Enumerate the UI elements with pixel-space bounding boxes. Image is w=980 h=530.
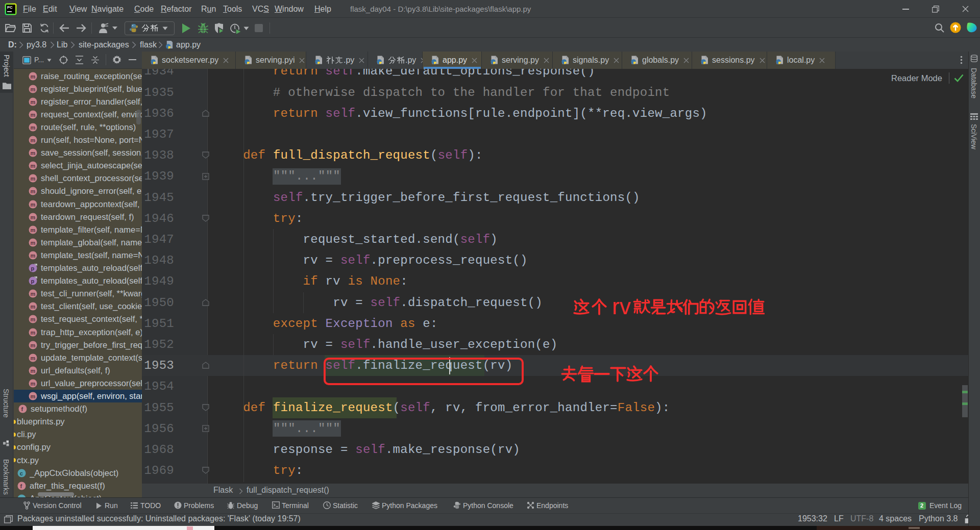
svg-text:m: m <box>30 304 35 310</box>
svg-text:m: m <box>30 291 35 297</box>
svg-text:m: m <box>30 214 35 220</box>
svg-text:m: m <box>30 188 35 194</box>
svg-text:m: m <box>30 124 35 130</box>
svg-text:f: f <box>20 483 22 489</box>
svg-text:m: m <box>30 342 35 348</box>
svg-text:m: m <box>30 98 35 105</box>
svg-text:m: m <box>30 316 35 322</box>
svg-text:p: p <box>31 265 34 271</box>
svg-text:m: m <box>30 380 35 386</box>
svg-text:m: m <box>30 201 35 207</box>
svg-text:m: m <box>30 329 35 335</box>
svg-text:p: p <box>31 278 34 284</box>
svg-text:m: m <box>30 355 35 361</box>
svg-text:m: m <box>30 175 35 182</box>
svg-text:m: m <box>30 163 35 169</box>
svg-text:m: m <box>30 367 35 373</box>
svg-text:PC: PC <box>7 5 13 10</box>
svg-text:m: m <box>30 239 35 245</box>
svg-text:m: m <box>30 137 35 143</box>
svg-text:c: c <box>20 470 23 476</box>
svg-text:m: m <box>30 111 35 117</box>
svg-text:m: m <box>30 252 35 258</box>
svg-text:m: m <box>30 393 35 399</box>
svg-text:m: m <box>30 73 35 79</box>
svg-text:m: m <box>30 86 35 92</box>
svg-text:f: f <box>21 406 23 412</box>
svg-text:m: m <box>30 150 35 156</box>
svg-text:m: m <box>30 226 35 233</box>
